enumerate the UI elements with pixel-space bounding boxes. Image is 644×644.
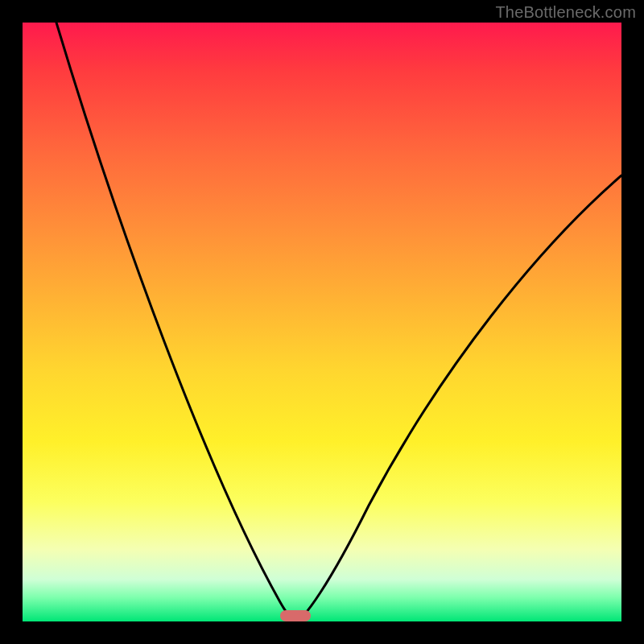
chart-frame: TheBottleneck.com (0, 0, 644, 644)
chart-plot-area (23, 23, 621, 621)
bottleneck-curves (23, 23, 621, 621)
left-curve (56, 23, 296, 621)
watermark-text: TheBottleneck.com (495, 3, 636, 22)
optimum-marker (280, 610, 311, 621)
right-curve (296, 175, 621, 621)
